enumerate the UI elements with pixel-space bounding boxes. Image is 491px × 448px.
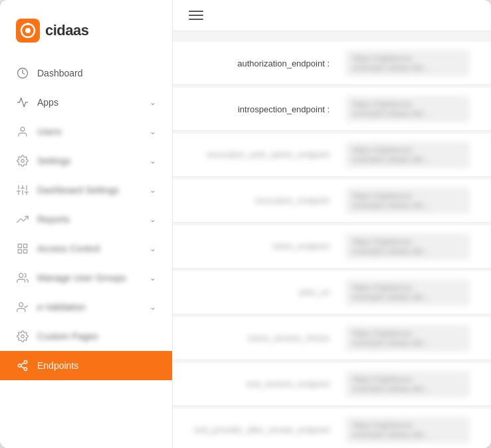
endpoint-label-jwks: jwks_uri [194, 288, 340, 297]
endpoint-label-end-provider: end_provider_after_revoke_endpoint [194, 425, 340, 435]
users-icon [16, 125, 29, 138]
sidebar-navigation: Dashboard Apps ⌄ [0, 56, 172, 448]
endpoint-row-end-provider: end_provider_after_revoke_endpoint https… [173, 409, 491, 448]
sliders-icon [16, 183, 29, 197]
endpoint-row-authorization: authorization_endpoint : https://righteo… [173, 42, 491, 85]
svg-point-2 [25, 28, 31, 33]
endpoint-label-introspection: introspection_endpoint : [194, 104, 340, 114]
chevron-down-icon: ⌄ [149, 185, 156, 195]
endpoint-value-end-provider: https://righteous-example.cidaas.de/... [345, 417, 470, 443]
sidebar-item-custom-pages[interactable]: Custom Pages [0, 322, 172, 351]
svg-point-20 [19, 273, 23, 277]
sidebar-item-label: Manage User Groups [37, 273, 149, 283]
endpoint-value-check-session: https://righteous-example.cidaas.de/... [345, 325, 470, 352]
endpoint-value-end-session: https://righteous-example.cidaas.de/... [345, 371, 470, 397]
apps-icon [16, 96, 29, 109]
chevron-down-icon: ⌄ [149, 244, 156, 253]
svg-line-26 [21, 366, 24, 368]
sidebar-item-e-validation[interactable]: e-Validation ⌄ [0, 292, 172, 322]
svg-point-22 [21, 335, 25, 338]
endpoint-row-revocation: revocation_endpoint https://righteous-ex… [173, 179, 491, 223]
chevron-down-icon: ⌄ [149, 127, 156, 136]
sidebar-item-label: Endpoints [37, 360, 156, 371]
endpoint-label-end-session: end_session_endpoint [194, 380, 340, 389]
endpoint-label-check-session: check_session_iframe [194, 334, 340, 343]
sidebar-item-users[interactable]: Users ⌄ [0, 117, 172, 146]
sidebar-item-reports[interactable]: Reports ⌄ [0, 205, 172, 234]
hamburger-menu-button[interactable] [189, 11, 203, 20]
endpoint-value-revocation-auth: https://righteous-example.cidaas.de/... [345, 142, 470, 168]
svg-rect-16 [18, 244, 21, 247]
sidebar: cidaas Dashboard [0, 0, 173, 448]
cidaas-logo-icon [16, 19, 40, 43]
reports-icon [16, 213, 29, 226]
sidebar-item-access-control[interactable]: Access Control ⌄ [0, 234, 172, 263]
endpoint-label-authorization: authorization_endpoint : [194, 58, 340, 68]
sidebar-item-label: Dashboard [37, 68, 156, 78]
endpoint-row-revocation-auth: revocation_auth_admin_endpoint https://r… [173, 134, 491, 177]
endpoint-value-token: https://righteous-example.cidaas.de/... [345, 233, 470, 260]
chevron-down-icon: ⌄ [149, 215, 156, 224]
sidebar-item-apps[interactable]: Apps ⌄ [0, 88, 172, 117]
brand-name: cidaas [45, 22, 89, 39]
groups-icon [16, 271, 29, 284]
endpoints-icon [16, 359, 29, 372]
main-content-area: authorization_endpoint : https://righteo… [173, 0, 491, 448]
sidebar-item-label: Custom Pages [37, 331, 156, 342]
endpoint-row-token: token_endpoint https://righteous-example… [173, 225, 491, 269]
svg-point-6 [21, 160, 25, 163]
endpoint-label-token: token_endpoint [194, 242, 340, 251]
endpoint-label-revocation: revocation_endpoint [194, 196, 340, 205]
svg-line-27 [21, 363, 24, 365]
endpoints-list: authorization_endpoint : https://righteo… [173, 31, 491, 448]
endpoint-row-check-session: check_session_iframe https://righteous-e… [173, 317, 491, 360]
endpoint-row-introspection: introspection_endpoint : https://righteo… [173, 88, 491, 131]
svg-rect-19 [18, 250, 21, 253]
endpoint-value-authorization: https://righteous-example.cidaas.de/... [345, 50, 470, 76]
settings-icon [16, 154, 29, 168]
dashboard-icon [16, 66, 29, 80]
sidebar-item-label: Apps [37, 97, 149, 108]
sidebar-item-label: Reports [37, 214, 149, 225]
sidebar-item-label: Access Control [37, 243, 149, 254]
endpoint-row-end-session: end_session_endpoint https://righteous-e… [173, 363, 491, 406]
sidebar-item-label: Dashboard Settings [37, 185, 149, 195]
sidebar-item-endpoints[interactable]: Endpoints [0, 351, 172, 380]
validation-icon [16, 300, 29, 314]
svg-point-21 [19, 302, 23, 306]
svg-rect-17 [24, 244, 27, 247]
chevron-down-icon: ⌄ [149, 98, 156, 107]
svg-point-3 [27, 23, 29, 25]
sidebar-item-label: e-Validation [37, 302, 149, 312]
svg-rect-18 [24, 250, 27, 253]
chevron-down-icon: ⌄ [149, 273, 156, 282]
access-icon [16, 242, 29, 255]
sidebar-item-settings[interactable]: Settings ⌄ [0, 146, 172, 175]
endpoint-row-jwks: jwks_uri https://righteous-example.cidaa… [173, 271, 491, 314]
hamburger-line-2 [189, 15, 203, 16]
chevron-down-icon: ⌄ [149, 156, 156, 166]
sidebar-item-label: Settings [37, 156, 149, 166]
hamburger-line-1 [189, 11, 203, 12]
sidebar-logo: cidaas [0, 0, 172, 56]
endpoint-value-introspection: https://righteous-example.cidaas.de/... [345, 96, 470, 122]
custom-pages-icon [16, 330, 29, 343]
endpoint-label-revocation-auth: revocation_auth_admin_endpoint [194, 150, 340, 160]
endpoint-value-jwks: https://righteous-example.cidaas.de/... [345, 279, 470, 306]
endpoint-value-revocation: https://righteous-example.cidaas.de/... [345, 187, 470, 214]
hamburger-line-3 [189, 19, 203, 20]
sidebar-item-dashboard-settings[interactable]: Dashboard Settings ⌄ [0, 175, 172, 205]
sidebar-item-label: Users [37, 126, 149, 137]
sidebar-item-dashboard[interactable]: Dashboard [0, 58, 172, 88]
chevron-down-icon: ⌄ [149, 302, 156, 312]
svg-point-5 [21, 127, 25, 131]
main-header [173, 0, 491, 31]
sidebar-item-manage-user-groups[interactable]: Manage User Groups ⌄ [0, 263, 172, 292]
app-window: cidaas Dashboard [0, 0, 491, 448]
